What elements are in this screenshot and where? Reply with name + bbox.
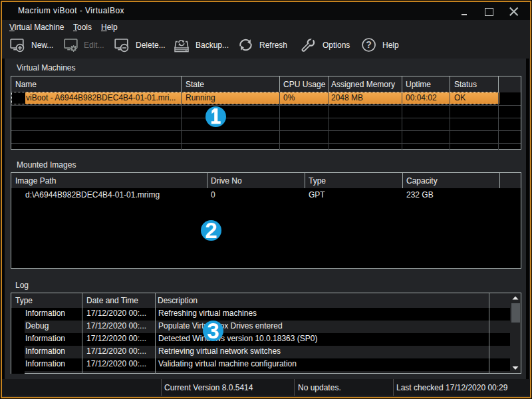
svg-text:?: ? — [366, 39, 372, 50]
